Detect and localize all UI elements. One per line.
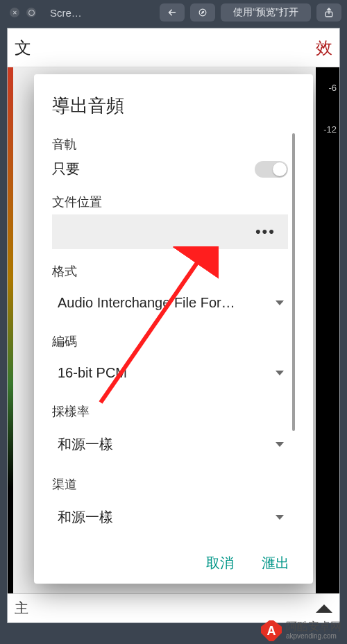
watermark-badge-icon: A xyxy=(261,620,282,641)
toolbar-back-button[interactable] xyxy=(160,3,185,22)
under-header-left: 文 xyxy=(15,37,31,59)
format-dropdown[interactable]: Audio Interchange File For… xyxy=(52,284,288,322)
watermark-url: akpvending.com xyxy=(286,633,341,641)
share-icon xyxy=(325,7,333,18)
window-traffic-lights xyxy=(6,8,36,17)
samplerate-label: 採樣率 xyxy=(52,403,288,420)
underlying-app-footer: 主 xyxy=(8,593,339,622)
dialog-scrollbar[interactable] xyxy=(292,133,295,431)
only-toggle[interactable] xyxy=(255,161,288,178)
level-meter-strip xyxy=(8,67,13,595)
watermark-text: 阿酷安卓网 xyxy=(286,621,341,633)
export-audio-dialog: 導出音頻 音軌 只要 文件位置 ••• 格式 Audio Interchange… xyxy=(34,74,313,584)
macos-titlebar: Scre… 使用“预览”打开 xyxy=(0,0,347,25)
chevron-down-icon xyxy=(276,300,284,305)
window-title: Scre… xyxy=(50,7,82,19)
markup-pen-icon xyxy=(198,7,207,18)
dialog-body: 音軌 只要 文件位置 ••• 格式 Audio Interchange File… xyxy=(52,133,295,547)
file-location-label: 文件位置 xyxy=(52,194,288,210)
only-label: 只要 xyxy=(52,160,80,178)
ruler-tick: -6 xyxy=(316,67,337,109)
channel-label: 渠道 xyxy=(52,476,288,493)
dialog-actions: 取消 滙出 xyxy=(52,547,295,574)
toolbar-markup-button[interactable] xyxy=(190,3,215,22)
device-frame: 文 效 -6 -12 主 導出音頻 音軌 只要 文件位置 ••• 格式 xyxy=(7,28,340,623)
only-row: 只要 xyxy=(52,157,288,191)
encoding-value: 16-bit PCM xyxy=(58,365,127,381)
channel-dropdown[interactable]: 和源一樣 xyxy=(52,497,288,538)
cancel-button[interactable]: 取消 xyxy=(206,554,234,573)
window-minimize-icon[interactable] xyxy=(26,8,36,17)
chevron-down-icon xyxy=(276,371,284,375)
channel-value: 和源一樣 xyxy=(58,508,113,527)
samplerate-value: 和源一樣 xyxy=(58,435,113,454)
track-section-label: 音軌 xyxy=(52,136,288,153)
export-button[interactable]: 滙出 xyxy=(262,554,289,573)
under-footer-label: 主 xyxy=(15,599,28,618)
toolbar-share-button[interactable] xyxy=(316,3,341,22)
format-value: Audio Interchange File For… xyxy=(58,295,235,311)
encoding-dropdown[interactable]: 16-bit PCM xyxy=(52,354,288,392)
encoding-label: 編碼 xyxy=(52,333,288,350)
dialog-title: 導出音頻 xyxy=(52,94,295,118)
watermark: A 阿酷安卓网 akpvending.com xyxy=(261,620,341,641)
under-header-right: 效 xyxy=(316,37,332,59)
ruler-tick: -12 xyxy=(316,109,337,151)
samplerate-dropdown[interactable]: 和源一樣 xyxy=(52,424,288,465)
chevron-down-icon xyxy=(276,515,284,520)
window-close-icon[interactable] xyxy=(10,8,19,17)
format-label: 格式 xyxy=(52,263,288,280)
chevron-down-icon xyxy=(276,442,284,447)
back-arrow-icon xyxy=(168,8,176,17)
file-location-input[interactable]: ••• xyxy=(52,214,288,249)
open-in-preview-button[interactable]: 使用“预览”打开 xyxy=(221,3,311,22)
footer-triangle-icon xyxy=(316,604,332,613)
underlying-app-header: 文 效 xyxy=(8,28,339,67)
ellipsis-icon: ••• xyxy=(255,223,276,241)
db-ruler: -6 -12 xyxy=(316,67,339,595)
